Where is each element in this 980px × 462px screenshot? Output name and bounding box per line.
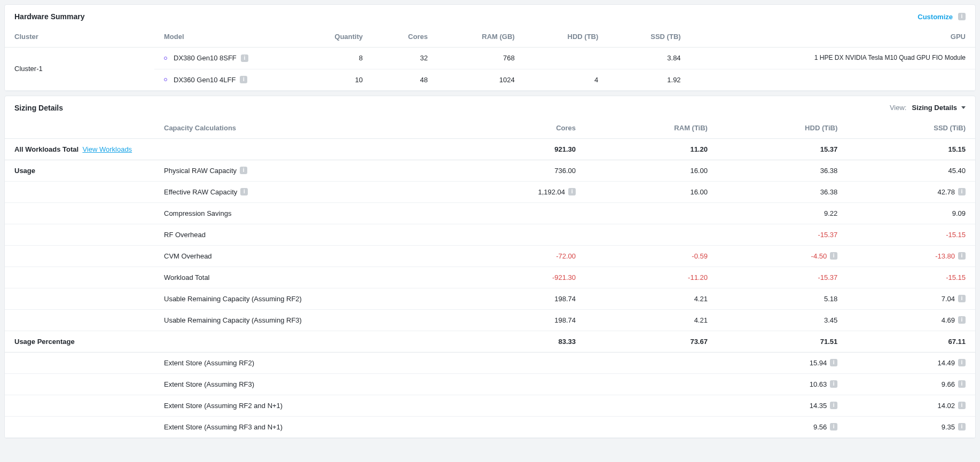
capacity-label: Extent Store (Assuming RF3) bbox=[154, 373, 443, 395]
cell-cores: -921.30 bbox=[443, 267, 585, 288]
table-row: Extent Store (Assuming RF2)15.9414.49 bbox=[5, 352, 975, 373]
all-workloads-label: All Workloads Total bbox=[14, 145, 79, 153]
cell-hdd: 9.22 bbox=[717, 202, 847, 224]
cell-cores: 198.74 bbox=[443, 309, 585, 331]
capacity-label: Effective RAW Capacity bbox=[154, 181, 443, 202]
col-cores[interactable]: Cores bbox=[372, 26, 437, 48]
col-ssd[interactable]: SSD (TiB) bbox=[847, 118, 975, 139]
table-row: Usable Remaining Capacity (Assuming RF2)… bbox=[5, 288, 975, 309]
col-capacity[interactable]: Capacity Calculations bbox=[154, 118, 443, 139]
hardware-summary-table: Cluster Model Quantity Cores RAM (GB) HD… bbox=[5, 26, 975, 91]
cell-cores bbox=[443, 352, 585, 373]
cell-ram: 4.21 bbox=[585, 288, 717, 309]
cell-cores bbox=[443, 202, 585, 224]
cell-ram: 1024 bbox=[437, 69, 524, 90]
cell-cores bbox=[443, 373, 585, 395]
row-group-label bbox=[5, 202, 154, 224]
cell-ssd: 1.92 bbox=[608, 69, 690, 90]
capacity-calc-name: CVM Overhead bbox=[164, 252, 212, 260]
view-workloads-link[interactable]: View Workloads bbox=[82, 145, 132, 153]
info-icon[interactable] bbox=[958, 188, 966, 195]
info-icon[interactable] bbox=[240, 188, 248, 195]
info-icon[interactable] bbox=[958, 252, 966, 260]
cluster-name: Cluster-1 bbox=[5, 48, 154, 91]
row-group-label bbox=[5, 395, 154, 416]
cell-hdd bbox=[524, 48, 608, 69]
cell-hdd: 15.37 bbox=[717, 138, 847, 160]
row-group-label bbox=[5, 352, 154, 373]
row-group-label bbox=[5, 224, 154, 245]
model-name: DX380 Gen10 8SFF bbox=[174, 54, 237, 62]
cell-ssd: 15.15 bbox=[847, 138, 975, 160]
col-ram[interactable]: RAM (TiB) bbox=[585, 118, 717, 139]
info-icon[interactable] bbox=[568, 188, 576, 195]
info-icon bbox=[958, 13, 966, 20]
row-group-label bbox=[5, 416, 154, 437]
cell-hdd: 36.38 bbox=[717, 181, 847, 202]
capacity-label: Extent Store (Assuming RF2 and N+1) bbox=[154, 395, 443, 416]
capacity-calc-name: Extent Store (Assuming RF3) bbox=[164, 380, 254, 388]
capacity-label bbox=[154, 331, 443, 352]
cell-ssd: 7.04 bbox=[847, 288, 975, 309]
col-cluster[interactable]: Cluster bbox=[5, 26, 154, 48]
table-row: Compression Savings9.229.09 bbox=[5, 202, 975, 224]
sizing-details-card: Sizing Details View: Sizing Details Capa… bbox=[4, 96, 976, 438]
view-select-value: Sizing Details bbox=[912, 104, 957, 112]
capacity-calc-name: Compression Savings bbox=[164, 209, 231, 217]
col-quantity[interactable]: Quantity bbox=[293, 26, 372, 48]
info-icon[interactable] bbox=[830, 252, 837, 260]
col-hdd[interactable]: HDD (TiB) bbox=[717, 118, 847, 139]
cell-cores: 736.00 bbox=[443, 160, 585, 181]
cell-cores: 1,192.04 bbox=[443, 181, 585, 202]
customize-button[interactable]: Customize bbox=[918, 13, 966, 21]
cell-ssd: 14.02 bbox=[847, 395, 975, 416]
cell-cores: 198.74 bbox=[443, 288, 585, 309]
view-select[interactable]: Sizing Details bbox=[912, 104, 966, 112]
capacity-label bbox=[154, 138, 443, 160]
capacity-calc-name: Usable Remaining Capacity (Assuming RF3) bbox=[164, 316, 302, 324]
info-icon[interactable] bbox=[830, 402, 837, 409]
info-icon[interactable] bbox=[830, 423, 837, 430]
info-icon[interactable] bbox=[958, 423, 966, 430]
col-gpu[interactable]: GPU bbox=[691, 26, 975, 48]
col-ssd[interactable]: SSD (TB) bbox=[608, 26, 690, 48]
row-group-label: All Workloads Total View Workloads bbox=[5, 138, 154, 160]
sizing-details-header: Sizing Details View: Sizing Details bbox=[5, 96, 975, 118]
info-icon[interactable] bbox=[958, 380, 966, 388]
cell-cores: -72.00 bbox=[443, 245, 585, 267]
cell-ram: 768 bbox=[437, 48, 524, 69]
capacity-label: CVM Overhead bbox=[154, 245, 443, 267]
col-model[interactable]: Model bbox=[154, 26, 293, 48]
info-icon[interactable] bbox=[240, 76, 247, 83]
cell-ssd: 4.69 bbox=[847, 309, 975, 331]
info-icon[interactable] bbox=[958, 402, 966, 409]
row-group-label bbox=[5, 267, 154, 288]
info-icon[interactable] bbox=[830, 359, 837, 366]
info-icon[interactable] bbox=[241, 54, 248, 62]
cell-ram: -0.59 bbox=[585, 245, 717, 267]
col-cores[interactable]: Cores bbox=[443, 118, 585, 139]
model-cell: DX380 Gen10 8SFF bbox=[154, 48, 293, 69]
cell-ssd: 42.78 bbox=[847, 181, 975, 202]
info-icon[interactable] bbox=[958, 359, 966, 366]
hardware-summary-card: Hardware Summary Customize Cluster Model… bbox=[4, 4, 976, 91]
cell-hdd: -15.37 bbox=[717, 224, 847, 245]
cell-hdd: 14.35 bbox=[717, 395, 847, 416]
cell-hdd: -15.37 bbox=[717, 267, 847, 288]
cell-hdd: 36.38 bbox=[717, 160, 847, 181]
info-icon[interactable] bbox=[240, 167, 247, 174]
cell-cores bbox=[443, 395, 585, 416]
col-ram[interactable]: RAM (GB) bbox=[437, 26, 524, 48]
cell-hdd: 10.63 bbox=[717, 373, 847, 395]
cell-ram bbox=[585, 202, 717, 224]
table-row: CVM Overhead-72.00-0.59-4.50-13.80 bbox=[5, 245, 975, 267]
info-icon[interactable] bbox=[958, 295, 966, 302]
capacity-label: Workload Total bbox=[154, 267, 443, 288]
col-hdd[interactable]: HDD (TB) bbox=[524, 26, 608, 48]
info-icon[interactable] bbox=[830, 380, 837, 388]
info-icon[interactable] bbox=[958, 316, 966, 324]
capacity-label: Compression Savings bbox=[154, 202, 443, 224]
cell-hdd: 15.94 bbox=[717, 352, 847, 373]
customize-label: Customize bbox=[918, 13, 953, 21]
cell-hdd: 5.18 bbox=[717, 288, 847, 309]
